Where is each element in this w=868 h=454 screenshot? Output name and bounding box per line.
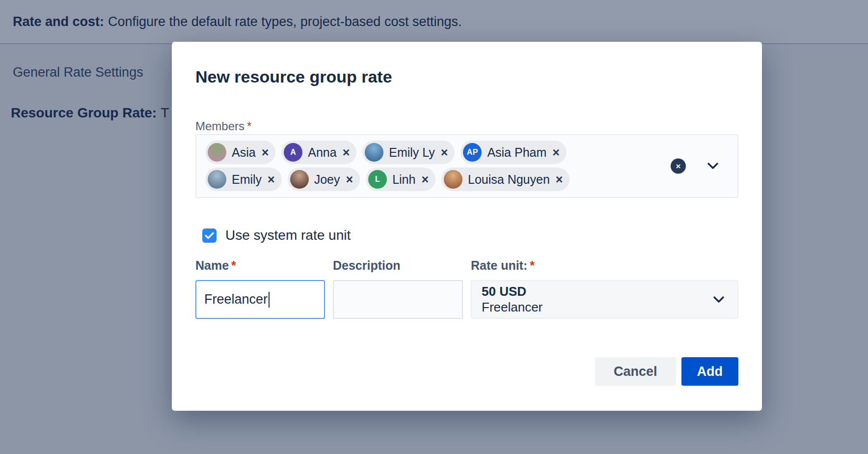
member-photo-avatar: [444, 170, 462, 189]
chevron-down-icon[interactable]: [707, 163, 719, 170]
description-input[interactable]: [333, 280, 463, 319]
member-name: Anna: [308, 146, 336, 159]
remove-member-icon[interactable]: ×: [441, 146, 448, 159]
rate-unit-select[interactable]: 50 USD Freelancer: [471, 280, 738, 319]
required-asterisk: *: [247, 119, 251, 133]
member-initials-avatar: AP: [463, 143, 482, 162]
remove-member-icon[interactable]: ×: [343, 146, 350, 159]
member-name: Emily Ly: [389, 146, 435, 159]
member-initials-avatar: L: [368, 170, 387, 189]
member-name: Linh: [392, 173, 415, 186]
name-input[interactable]: Freelancer: [195, 280, 325, 319]
name-input-value: Freelancer: [204, 292, 268, 307]
use-system-rate-row: Use system rate unit: [202, 227, 351, 243]
dialog-footer: Cancel Add: [595, 357, 738, 386]
member-photo-avatar: [365, 143, 383, 162]
text-caret: [269, 292, 270, 308]
member-chip: APAsia Pham×: [461, 141, 567, 164]
remove-member-icon[interactable]: ×: [268, 173, 275, 186]
name-field-label: Name*: [195, 258, 325, 273]
member-chip: Emily×: [205, 168, 282, 191]
remove-member-icon[interactable]: ×: [421, 173, 429, 186]
required-asterisk: *: [231, 258, 236, 272]
rate-unit-field-group: Rate unit:* 50 USD Freelancer: [471, 258, 738, 319]
system-rate-checkbox[interactable]: [202, 228, 217, 243]
rate-fields: Name* Freelancer Description Rate unit:*…: [195, 258, 738, 319]
member-initials-avatar: A: [284, 143, 302, 162]
member-name: Asia Pham: [487, 146, 546, 159]
member-chip: Louisa Nguyen×: [441, 168, 570, 191]
member-photo-avatar: [208, 170, 226, 189]
member-name: Joey: [314, 173, 340, 186]
member-chip: Joey×: [288, 168, 360, 191]
member-chip: Emily Ly×: [362, 141, 455, 164]
rate-unit-name: Freelancer: [482, 300, 703, 315]
clear-all-members-icon[interactable]: ×: [671, 159, 686, 174]
dialog-title: New resource group rate: [195, 67, 392, 86]
member-name: Emily: [232, 173, 262, 186]
members-field-label: Members*: [195, 119, 251, 133]
rate-unit-field-label: Rate unit:*: [471, 258, 738, 273]
member-name: Louisa Nguyen: [468, 173, 550, 186]
rate-unit-value: 50 USD: [482, 284, 703, 299]
member-chip: Asia×: [205, 141, 275, 164]
remove-member-icon[interactable]: ×: [346, 173, 353, 186]
remove-member-icon[interactable]: ×: [552, 146, 560, 159]
add-button[interactable]: Add: [681, 357, 738, 386]
cancel-button[interactable]: Cancel: [595, 357, 676, 386]
system-rate-checkbox-label: Use system rate unit: [225, 227, 351, 243]
member-photo-avatar: [290, 170, 309, 189]
required-asterisk: *: [530, 258, 535, 272]
member-photo-avatar: [208, 143, 226, 162]
new-resource-group-rate-dialog: New resource group rate Members* Asia×AA…: [172, 42, 762, 411]
member-name: Asia: [232, 146, 256, 159]
remove-member-icon[interactable]: ×: [262, 146, 269, 159]
name-field-group: Name* Freelancer: [195, 258, 325, 319]
members-multiselect[interactable]: Asia×AAnna×Emily Ly×APAsia Pham×Emily×Jo…: [195, 134, 738, 198]
remove-member-icon[interactable]: ×: [556, 173, 563, 186]
description-field-label: Description: [333, 258, 463, 273]
members-chip-list: Asia×AAnna×Emily Ly×APAsia Pham×Emily×Jo…: [205, 141, 604, 191]
description-field-group: Description: [333, 258, 463, 319]
member-chip: AAnna×: [281, 141, 356, 164]
chevron-down-icon: [713, 296, 725, 303]
member-chip: LLinh×: [366, 168, 435, 191]
